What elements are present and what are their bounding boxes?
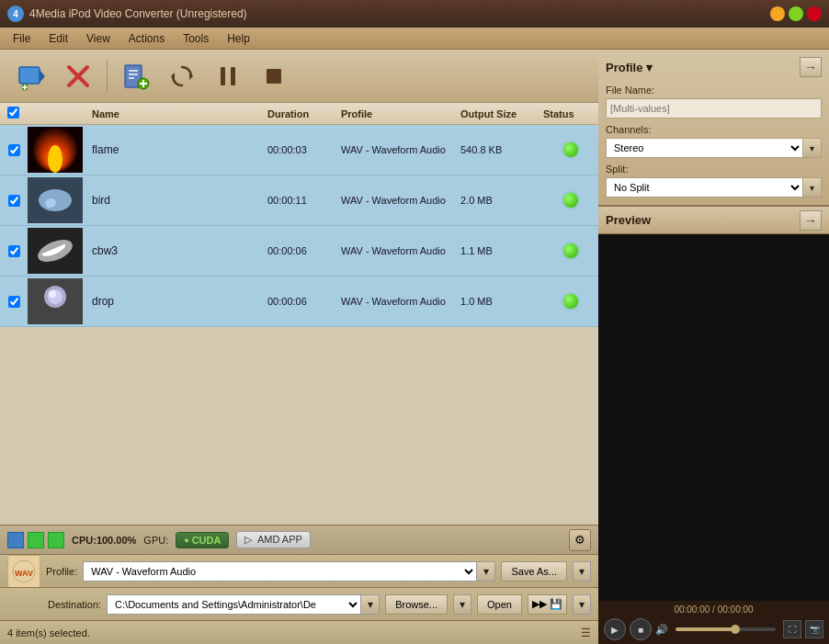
row-checkbox-1[interactable] bbox=[0, 195, 28, 207]
settings-button[interactable]: ⚙ bbox=[569, 529, 591, 551]
amd-button[interactable]: ▷ AMD APP bbox=[236, 531, 310, 548]
profile-navigate-button[interactable]: → bbox=[800, 57, 822, 77]
row-size-0: 540.8 KB bbox=[460, 144, 543, 155]
split-select-wrap: No Split By Size By Time ▾ bbox=[606, 177, 822, 198]
status-text: 4 item(s) selected. bbox=[7, 627, 90, 638]
file-name-input[interactable] bbox=[606, 98, 822, 119]
playback-controls: ▶ ■ 🔊 ⛶ 📷 bbox=[604, 618, 823, 640]
profile-select-wrap: WAV - Waveform Audio ▾ bbox=[83, 561, 495, 582]
browse-button[interactable]: Browse... bbox=[385, 594, 448, 615]
cuda-icon: ● bbox=[184, 536, 188, 545]
preview-section: Preview → 00:00:00 / 00:00:00 ▶ ■ 🔊 ⛶ 📷 bbox=[598, 207, 829, 644]
row-status-1 bbox=[543, 193, 598, 208]
status-bar: 4 item(s) selected. ☰ bbox=[0, 620, 598, 644]
destination-select[interactable]: C:\Documents and Settings\Administrator\… bbox=[107, 594, 361, 615]
thumbnail-0 bbox=[28, 127, 83, 173]
channels-select-wrap: Stereo Mono ▾ bbox=[606, 138, 822, 158]
row-status-0 bbox=[543, 142, 598, 157]
header-status[interactable]: Status bbox=[543, 108, 598, 119]
row-size-2: 1.1 MB bbox=[460, 245, 543, 256]
maximize-button[interactable] bbox=[789, 6, 803, 21]
add-video-button[interactable] bbox=[11, 55, 53, 97]
profile-select[interactable]: WAV - Waveform Audio bbox=[83, 561, 477, 582]
fullscreen-button[interactable]: ⛶ bbox=[783, 620, 801, 638]
convert-action-button[interactable]: ▶▶ 💾 bbox=[528, 594, 567, 615]
table-row[interactable]: flame 00:00:03 WAV - Waveform Audio 540.… bbox=[0, 125, 598, 175]
left-panel: Name Duration Profile Output Size Status… bbox=[0, 50, 598, 644]
time-display: 00:00:00 / 00:00:00 bbox=[604, 604, 823, 615]
menu-view[interactable]: View bbox=[77, 30, 119, 47]
add-file-button[interactable] bbox=[115, 55, 157, 97]
menu-file[interactable]: File bbox=[4, 30, 40, 47]
snapshot-button[interactable]: 📷 bbox=[805, 620, 823, 638]
volume-slider[interactable] bbox=[676, 627, 776, 631]
minimize-button[interactable] bbox=[770, 6, 785, 21]
dest-select-wrap: C:\Documents and Settings\Administrator\… bbox=[107, 594, 380, 615]
row-profile-1: WAV - Waveform Audio bbox=[341, 195, 460, 206]
preview-header: Preview → bbox=[598, 207, 829, 234]
channels-select[interactable]: Stereo Mono bbox=[606, 138, 803, 158]
header-profile[interactable]: Profile bbox=[341, 108, 460, 119]
preview-content bbox=[598, 234, 829, 601]
stop-playback-button[interactable]: ■ bbox=[630, 618, 652, 640]
convert-button[interactable] bbox=[161, 55, 203, 97]
file-list: flame 00:00:03 WAV - Waveform Audio 540.… bbox=[0, 125, 598, 525]
app-title: 4Media iPod Video Converter (Unregistere… bbox=[29, 7, 770, 20]
preview-icon-buttons: ⛶ 📷 bbox=[783, 620, 823, 638]
row-checkbox-0[interactable] bbox=[0, 144, 28, 156]
header-size[interactable]: Output Size bbox=[460, 108, 543, 119]
cpu-usage: CPU:100.00% bbox=[72, 535, 136, 546]
title-bar: 4 4Media iPod Video Converter (Unregiste… bbox=[0, 0, 829, 28]
progress-box-2 bbox=[28, 532, 44, 548]
close-button[interactable] bbox=[807, 6, 822, 21]
list-header: Name Duration Profile Output Size Status bbox=[0, 103, 598, 125]
remove-button[interactable] bbox=[57, 55, 99, 97]
table-row[interactable]: cbw3 00:00:06 WAV - Waveform Audio 1.1 M… bbox=[0, 226, 598, 277]
stop-button[interactable] bbox=[253, 55, 295, 97]
split-dropdown-arrow[interactable]: ▾ bbox=[803, 177, 822, 198]
dest-bar: Destination: C:\Documents and Settings\A… bbox=[0, 587, 598, 620]
svg-rect-0 bbox=[19, 67, 40, 84]
preview-navigate-button[interactable]: → bbox=[800, 210, 822, 231]
main-layout: Name Duration Profile Output Size Status… bbox=[0, 50, 829, 644]
row-checkbox-2[interactable] bbox=[0, 245, 28, 257]
svg-text:WAV: WAV bbox=[15, 569, 33, 578]
open-button[interactable]: Open bbox=[477, 594, 522, 615]
header-duration[interactable]: Duration bbox=[267, 108, 341, 119]
header-name[interactable]: Name bbox=[28, 108, 267, 119]
convert-dropdown-arrow[interactable]: ▾ bbox=[573, 594, 591, 615]
row-status-2 bbox=[543, 243, 598, 258]
status-icon-1 bbox=[563, 193, 578, 208]
window-controls bbox=[770, 6, 822, 21]
dest-dropdown-arrow[interactable]: ▾ bbox=[361, 594, 380, 615]
status-icon-0 bbox=[563, 142, 578, 157]
row-profile-3: WAV - Waveform Audio bbox=[341, 296, 460, 307]
menu-actions[interactable]: Actions bbox=[119, 30, 174, 47]
save-as-button[interactable]: Save As... bbox=[501, 561, 567, 582]
amd-icon: ▷ bbox=[244, 534, 252, 545]
profile-dropdown-arrow[interactable]: ▾ bbox=[477, 561, 495, 582]
save-dropdown-arrow[interactable]: ▾ bbox=[573, 561, 591, 582]
profile-right-header: Profile ▾ → bbox=[606, 57, 822, 77]
header-check bbox=[0, 107, 28, 120]
thumbnail-3 bbox=[28, 278, 83, 324]
channels-dropdown-arrow[interactable]: ▾ bbox=[803, 138, 822, 158]
menu-tools[interactable]: Tools bbox=[174, 30, 218, 47]
table-row[interactable]: bird 00:00:11 WAV - Waveform Audio 2.0 M… bbox=[0, 175, 598, 226]
play-button[interactable]: ▶ bbox=[604, 618, 626, 640]
table-row[interactable]: drop 00:00:06 WAV - Waveform Audio 1.0 M… bbox=[0, 277, 598, 327]
menu-help[interactable]: Help bbox=[218, 30, 259, 47]
profile-bar: WAV Profile: WAV - Waveform Audio ▾ Save… bbox=[0, 554, 598, 587]
browse-dropdown-arrow[interactable]: ▾ bbox=[453, 594, 471, 615]
cuda-button[interactable]: ● CUDA bbox=[176, 532, 229, 548]
volume-thumb bbox=[731, 625, 740, 634]
convert-icon: ▶▶ bbox=[532, 598, 547, 609]
row-name-3: drop bbox=[92, 295, 267, 308]
select-all-checkbox[interactable] bbox=[7, 107, 19, 119]
svg-rect-17 bbox=[231, 67, 235, 85]
split-select[interactable]: No Split By Size By Time bbox=[606, 177, 803, 198]
file-name-label: File Name: bbox=[606, 85, 822, 96]
pause-button[interactable] bbox=[207, 55, 249, 97]
row-checkbox-3[interactable] bbox=[0, 296, 28, 308]
menu-edit[interactable]: Edit bbox=[40, 30, 77, 47]
